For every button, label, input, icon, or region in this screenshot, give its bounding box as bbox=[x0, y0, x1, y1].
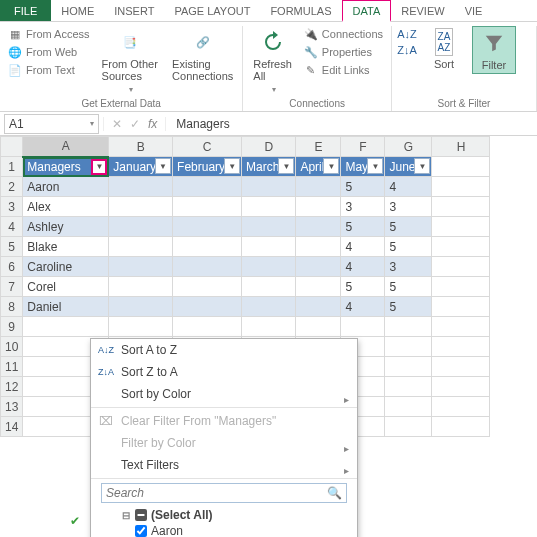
row-header[interactable]: 14 bbox=[1, 417, 23, 437]
cell-may[interactable]: 4 bbox=[341, 297, 385, 317]
row-header[interactable]: 9 bbox=[1, 317, 23, 337]
cell-june[interactable]: 5 bbox=[385, 217, 432, 237]
col-header-E[interactable]: E bbox=[296, 137, 341, 157]
cell-name[interactable]: Daniel bbox=[23, 297, 109, 317]
row-header[interactable]: 4 bbox=[1, 217, 23, 237]
header-cell-managers[interactable]: Managers▼ bbox=[23, 157, 109, 177]
filter-checkbox[interactable] bbox=[135, 525, 147, 537]
edit-links-button[interactable]: ✎Edit Links bbox=[302, 62, 385, 78]
from-web-button[interactable]: 🌐From Web bbox=[6, 44, 92, 60]
select-all-cell[interactable] bbox=[1, 137, 23, 157]
filter-search[interactable]: 🔍 bbox=[101, 483, 347, 503]
text-filters[interactable]: Text Filters bbox=[91, 454, 357, 476]
filter-dropdown-january[interactable]: ▼ bbox=[155, 158, 171, 174]
row-header[interactable]: 8 bbox=[1, 297, 23, 317]
existing-connections-button[interactable]: 🔗 Existing Connections bbox=[169, 26, 236, 84]
header-cell-january[interactable]: January▼ bbox=[109, 157, 173, 177]
cell-may[interactable]: 5 bbox=[341, 217, 385, 237]
connections-button[interactable]: 🔌Connections bbox=[302, 26, 385, 42]
tree-collapse-icon[interactable]: ⊟ bbox=[121, 510, 131, 521]
cell-name[interactable]: Alex bbox=[23, 197, 109, 217]
sort-asc-button[interactable]: A↓Z bbox=[398, 26, 416, 42]
tab-formulas[interactable]: FORMULAS bbox=[260, 0, 341, 21]
col-header-C[interactable]: C bbox=[173, 137, 242, 157]
row-header[interactable]: 12 bbox=[1, 377, 23, 397]
row-header[interactable]: 10 bbox=[1, 337, 23, 357]
col-header-D[interactable]: D bbox=[242, 137, 296, 157]
row-header[interactable]: 13 bbox=[1, 397, 23, 417]
filter-dropdown-april[interactable]: ▼ bbox=[323, 158, 339, 174]
cell-may[interactable]: 4 bbox=[341, 257, 385, 277]
from-other-sources-button[interactable]: 📑 From Other Sources bbox=[98, 26, 163, 96]
col-header-H[interactable]: H bbox=[432, 137, 490, 157]
filter-checkbox[interactable] bbox=[135, 509, 147, 521]
cell-june[interactable]: 3 bbox=[385, 257, 432, 277]
cell-may[interactable]: 5 bbox=[341, 277, 385, 297]
cell-june[interactable]: 5 bbox=[385, 297, 432, 317]
filter-item[interactable]: ⊟(Select All) bbox=[121, 507, 347, 523]
filter-dropdown-managers[interactable]: ▼ bbox=[91, 159, 107, 175]
fx-icons: ✕ ✓ fx bbox=[103, 117, 166, 131]
cell-name[interactable]: Ashley bbox=[23, 217, 109, 237]
filter-item[interactable]: Aaron bbox=[121, 523, 347, 537]
cancel-formula-icon[interactable]: ✕ bbox=[112, 117, 122, 131]
header-cell-march[interactable]: March▼ bbox=[242, 157, 296, 177]
refresh-icon bbox=[259, 28, 287, 56]
sort-button[interactable]: ZAAZ Sort bbox=[422, 26, 466, 72]
refresh-all-button[interactable]: Refresh All bbox=[249, 26, 296, 96]
row-header[interactable]: 5 bbox=[1, 237, 23, 257]
cell-may[interactable]: 5 bbox=[341, 177, 385, 197]
cell-name[interactable]: Corel bbox=[23, 277, 109, 297]
filter-dropdown-may[interactable]: ▼ bbox=[367, 158, 383, 174]
cell-may[interactable]: 3 bbox=[341, 197, 385, 217]
filter-dropdown-june[interactable]: ▼ bbox=[414, 158, 430, 174]
properties-button[interactable]: 🔧Properties bbox=[302, 44, 385, 60]
cell-june[interactable]: 5 bbox=[385, 277, 432, 297]
enter-formula-icon[interactable]: ✓ bbox=[130, 117, 140, 131]
tab-home[interactable]: HOME bbox=[51, 0, 104, 21]
filter-dropdown-march[interactable]: ▼ bbox=[278, 158, 294, 174]
row-header[interactable]: 3 bbox=[1, 197, 23, 217]
tab-file[interactable]: FILE bbox=[0, 0, 51, 21]
name-box[interactable]: A1 bbox=[4, 114, 99, 134]
col-header-G[interactable]: G bbox=[385, 137, 432, 157]
cell-june[interactable]: 3 bbox=[385, 197, 432, 217]
sort-desc-button[interactable]: Z↓A bbox=[398, 42, 416, 58]
filter-button[interactable]: Filter bbox=[472, 26, 516, 74]
sort-a-to-z[interactable]: A↓ZSort A to Z bbox=[91, 339, 357, 361]
row-header[interactable]: 7 bbox=[1, 277, 23, 297]
filter-search-input[interactable] bbox=[106, 486, 327, 500]
row-header[interactable]: 11 bbox=[1, 357, 23, 377]
col-header-A[interactable]: A bbox=[23, 137, 109, 157]
col-header-B[interactable]: B bbox=[109, 137, 173, 157]
header-cell-february[interactable]: February▼ bbox=[173, 157, 242, 177]
header-cell-june[interactable]: June▼ bbox=[385, 157, 432, 177]
from-text-button[interactable]: 📄From Text bbox=[6, 62, 92, 78]
tab-review[interactable]: REVIEW bbox=[391, 0, 454, 21]
tab-data[interactable]: DATA bbox=[342, 0, 392, 22]
cell-june[interactable]: 5 bbox=[385, 237, 432, 257]
tab-view[interactable]: VIE bbox=[455, 0, 493, 21]
sort-z-to-a[interactable]: Z↓ASort Z to A bbox=[91, 361, 357, 383]
col-header-F[interactable]: F bbox=[341, 137, 385, 157]
cell-may[interactable]: 4 bbox=[341, 237, 385, 257]
cell-june[interactable]: 4 bbox=[385, 177, 432, 197]
tab-insert[interactable]: INSERT bbox=[104, 0, 164, 21]
fx-icon[interactable]: fx bbox=[148, 117, 157, 131]
cell-name[interactable]: Aaron bbox=[23, 177, 109, 197]
cell-name[interactable]: Blake bbox=[23, 237, 109, 257]
row-header[interactable]: 2 bbox=[1, 177, 23, 197]
row-header[interactable]: 6 bbox=[1, 257, 23, 277]
filter-dropdown-february[interactable]: ▼ bbox=[224, 158, 240, 174]
sort-by-color[interactable]: Sort by Color bbox=[91, 383, 357, 405]
ribbon-tabs: FILE HOME INSERT PAGE LAYOUT FORMULAS DA… bbox=[0, 0, 537, 22]
tab-pagelayout[interactable]: PAGE LAYOUT bbox=[164, 0, 260, 21]
from-access-button[interactable]: ▦From Access bbox=[6, 26, 92, 42]
formula-bar[interactable]: Managers bbox=[172, 115, 537, 133]
header-cell-may[interactable]: May▼ bbox=[341, 157, 385, 177]
filter-item-label: (Select All) bbox=[151, 508, 213, 522]
filter-check-list[interactable]: ⊟(Select All)AaronAlexAshleyBlakeCarolin… bbox=[121, 507, 347, 537]
header-cell-april[interactable]: April▼ bbox=[296, 157, 341, 177]
row-header-1[interactable]: 1 bbox=[1, 157, 23, 177]
cell-name[interactable]: Caroline bbox=[23, 257, 109, 277]
